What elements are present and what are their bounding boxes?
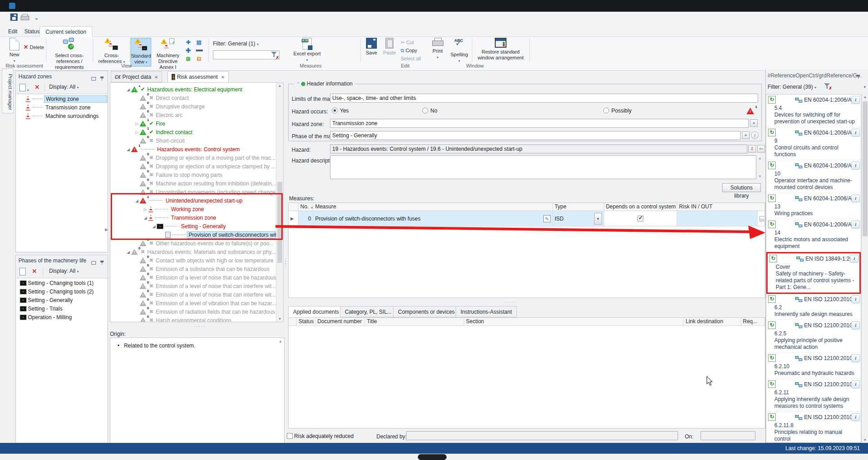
reference-item[interactable]: ↻EN 60204-1:2006/A...i9Control circuits … bbox=[766, 127, 861, 160]
clear-filter-icon[interactable]: ✗ bbox=[271, 52, 277, 59]
collapse-all-icon[interactable]: ⊟ bbox=[195, 55, 203, 63]
tree-row[interactable]: !0✖Emission of a level of noise that can… bbox=[110, 290, 276, 299]
tree-row[interactable]: ◢!1Hazardous events: Control system bbox=[110, 145, 276, 153]
arrange-windows-icon[interactable]: ▤ bbox=[195, 39, 203, 46]
copy-button[interactable]: ⧉ Copy bbox=[401, 48, 417, 54]
measures-filter-input[interactable] bbox=[213, 50, 280, 59]
on-input[interactable] bbox=[701, 431, 755, 440]
tree-row[interactable]: ◢!0✖Hazardous events: Materials and subs… bbox=[110, 248, 276, 256]
solutions-library-button[interactable]: Solutions library bbox=[722, 183, 761, 192]
spelling-button[interactable]: ABC✓ Spelling▾ bbox=[449, 38, 469, 64]
column-header-section[interactable]: Section bbox=[464, 318, 684, 325]
reference-item[interactable]: ↻EN 60204-1:2006/A...i10Operator interfa… bbox=[766, 160, 861, 193]
reference-item[interactable]: ↻EN ISO 12100:2010...i6.2.10Pneumatic an… bbox=[766, 353, 861, 379]
tree-expander-icon[interactable]: ◢ bbox=[126, 250, 131, 254]
quick-access-more-button[interactable]: » bbox=[32, 14, 41, 23]
tree-row[interactable]: !0✖Harsh environmental conditions bbox=[110, 316, 276, 322]
phase-item[interactable]: ~Setting - Trials bbox=[16, 304, 107, 313]
add-item-icon[interactable]: ✚ bbox=[185, 47, 192, 54]
remove-item-icon[interactable]: ➖ bbox=[195, 47, 203, 54]
tree-expander-icon[interactable]: ▷ bbox=[134, 130, 140, 135]
declared-by-input[interactable] bbox=[406, 431, 678, 440]
panel-pin-icon[interactable] bbox=[856, 72, 860, 82]
column-header-status[interactable]: Status bbox=[297, 318, 316, 325]
tree-expander-icon[interactable]: ▷ bbox=[134, 122, 140, 126]
tree-expander-icon[interactable]: ◢ bbox=[134, 198, 140, 203]
collapse-section-icon[interactable]: ⌃ bbox=[296, 82, 300, 86]
info-icon[interactable]: i bbox=[851, 194, 860, 203]
hazard-zone-item[interactable]: Transmission zone bbox=[16, 103, 107, 112]
tree-expander-icon[interactable]: ◢ bbox=[126, 147, 131, 152]
tree-row[interactable]: !0✖Dropping or ejection of a moving part… bbox=[110, 153, 276, 162]
tree-row[interactable]: !0✖Direct contact bbox=[110, 94, 276, 102]
close-tab-icon[interactable]: ✕ bbox=[154, 75, 158, 80]
quick-save-icon[interactable] bbox=[9, 14, 19, 23]
sidebar-tab-project-manager[interactable]: Project manager bbox=[2, 68, 14, 113]
references-filter-dropdown[interactable]: Filter: General (39) ▾ bbox=[768, 84, 816, 90]
center-splitter-handle[interactable]: ⁚⁚⁚ bbox=[285, 260, 286, 266]
radio-yes[interactable]: Yes bbox=[332, 108, 349, 114]
hazard-zone-input[interactable]: Transmission zone bbox=[330, 119, 749, 128]
tree-row[interactable]: !0✖Emission of a level of noise that can… bbox=[110, 273, 276, 282]
save-button[interactable]: Save bbox=[363, 38, 380, 56]
ribbon-tab-current-selection[interactable]: Current selection bbox=[40, 26, 92, 37]
select-all-button[interactable]: Select all bbox=[401, 56, 421, 61]
tree-row[interactable]: !0✖Emission of a level of noise that can… bbox=[110, 282, 276, 290]
cross-references-button[interactable]: !~ Cross-references ▾ bbox=[95, 38, 129, 65]
info-icon[interactable]: i bbox=[851, 295, 860, 303]
reference-item[interactable]: ↻EN ISO 12100:2010...i6.2.5Applying prin… bbox=[766, 320, 861, 353]
column-header-link-destination[interactable]: Link destination bbox=[684, 318, 741, 325]
tree-splitter-handle[interactable]: ····· bbox=[194, 324, 206, 329]
new-hazard-zone-button[interactable]: ▾ bbox=[19, 84, 29, 93]
tree-row[interactable]: !0✖Uncontrolled movements (including spe… bbox=[110, 188, 276, 196]
new-button[interactable]: New▾ bbox=[5, 38, 24, 64]
radio-possibly[interactable]: Possibly bbox=[603, 108, 632, 114]
description-scroll-down-icon[interactable]: ▼ bbox=[757, 175, 763, 178]
tree-expander-icon[interactable]: ◢ bbox=[126, 87, 131, 92]
tab-components-or-devices[interactable]: Components or devices bbox=[393, 306, 460, 317]
form-splitter-handle[interactable]: ····· bbox=[504, 300, 516, 305]
tree-row[interactable]: ▷!1✔Indirect contact bbox=[110, 128, 276, 136]
reference-item[interactable]: ↻EN 60204-1:2006/A...i14Electric motors … bbox=[766, 219, 861, 252]
tree-row[interactable]: !0✖Emission of a level of vibration that… bbox=[110, 299, 276, 307]
tree-row[interactable]: !0✖Disruptive discharge bbox=[110, 102, 276, 111]
tab-project-data[interactable]: C€Project data✕ bbox=[111, 71, 162, 82]
column-header-no-[interactable]: No. ▲ bbox=[298, 203, 313, 211]
tree-expander-icon[interactable]: ◢ bbox=[143, 216, 148, 220]
tab-applied-documents[interactable]: Applied documents bbox=[288, 306, 344, 317]
paste-button[interactable]: Paste bbox=[381, 38, 398, 56]
hazard-zones-display-filter[interactable]: Display: All ▾ bbox=[49, 84, 79, 90]
info-icon[interactable]: i bbox=[851, 221, 860, 229]
info-icon[interactable]: i bbox=[851, 96, 860, 104]
reference-item[interactable]: ↻EN 60204-1:2006/A...i5.4Devices for swi… bbox=[766, 95, 861, 127]
info-icon[interactable]: i bbox=[851, 129, 860, 137]
hazard-description-input[interactable] bbox=[330, 155, 756, 179]
column-header-title[interactable]: Title bbox=[365, 318, 464, 325]
tree-row[interactable]: ◢~Setting - Generally bbox=[110, 222, 276, 230]
tree-row[interactable]: !0✖Emission of a substance that can be h… bbox=[110, 265, 276, 273]
info-icon[interactable]: i bbox=[851, 162, 860, 170]
measure-type-cell[interactable]: ISD▼ bbox=[553, 211, 604, 226]
references-collapse-icon[interactable]: ▾ bbox=[863, 81, 866, 92]
tree-row[interactable]: ◢!1Unintended/unexpected start-up bbox=[110, 196, 276, 205]
tree-scrollbar[interactable]: ▲▼ bbox=[276, 83, 283, 322]
phase-info-icon[interactable]: i bbox=[751, 131, 759, 139]
restore-window-arrangement-button[interactable]: Restore standard window arrangement bbox=[475, 38, 526, 61]
info-icon[interactable]: i bbox=[851, 354, 860, 362]
delete-hazard-zone-button[interactable]: ✕ bbox=[35, 84, 40, 90]
column-header-req-[interactable]: Req... bbox=[741, 318, 765, 325]
tree-row[interactable]: !0✖Machine action resulting from inhibit… bbox=[110, 179, 276, 188]
measure-row[interactable]: ▶0Provision of switch-disconnectors with… bbox=[289, 211, 765, 226]
hazard-zone-item[interactable]: Working zone bbox=[16, 95, 107, 103]
references-scrollbar[interactable]: ▲▼ bbox=[861, 94, 868, 443]
print-button[interactable]: Print▾ bbox=[429, 38, 447, 60]
info-icon[interactable]: i bbox=[851, 413, 860, 421]
delete-phase-button[interactable]: ✕ bbox=[32, 268, 37, 275]
tree-row[interactable]: Provision of switch-disconnectors wit... bbox=[110, 230, 276, 239]
description-scroll-up-icon[interactable]: ▲ bbox=[757, 157, 763, 160]
reference-item[interactable]: ↻EN ISO 12100:2010...i6.2Inherently safe… bbox=[766, 294, 861, 320]
depends-checkbox[interactable] bbox=[637, 216, 643, 221]
select-cross-references-button[interactable]: ↺ Select cross-references / requirements bbox=[48, 38, 91, 70]
measure-text-cell[interactable]: Provision of switch-disconnectors with f… bbox=[313, 211, 553, 226]
column-header-depends-on-a-control-system[interactable]: Depends on a control system bbox=[604, 203, 678, 211]
